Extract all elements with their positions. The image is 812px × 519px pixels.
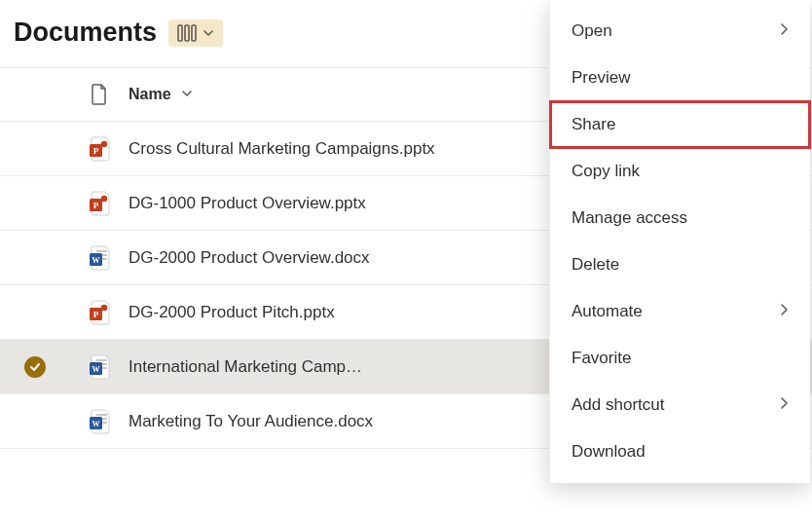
svg-text:W: W [92,420,100,428]
menu-open[interactable]: Open [550,8,810,55]
pptx-file-icon: P [70,135,129,163]
menu-delete-label: Delete [572,255,619,275]
docx-file-icon: W [70,408,129,435]
menu-download[interactable]: Download [550,428,810,475]
file-type-column-icon[interactable] [70,84,129,105]
svg-rect-17 [96,359,107,361]
file-name[interactable]: DG-1000 Product Overview.pptx [129,194,366,213]
pptx-file-icon: P [70,190,129,217]
pptx-file-icon: P [70,299,129,326]
svg-text:W: W [92,365,100,374]
docx-file-icon: W [70,353,129,381]
view-switcher[interactable] [168,19,223,47]
chevron-right-icon [779,302,789,321]
svg-text:P: P [93,146,99,156]
svg-point-5 [101,140,107,146]
menu-manage-access-label: Manage access [572,208,687,228]
menu-preview[interactable]: Preview [550,55,810,101]
chevron-right-icon [779,21,789,41]
chevron-down-icon [203,27,214,39]
file-name[interactable]: International Marketing Camp… [129,357,362,377]
chevron-right-icon [779,395,789,415]
file-name[interactable]: Marketing To Your Audience.docx [129,412,373,431]
menu-open-label: Open [572,21,612,41]
menu-copy-link-label: Copy link [572,162,640,181]
svg-text:P: P [93,310,99,319]
menu-preview-label: Preview [572,68,630,88]
page-title: Documents [14,18,157,48]
svg-point-8 [101,195,107,201]
svg-rect-9 [96,250,107,252]
menu-add-shortcut-label: Add shortcut [572,395,664,415]
menu-automate[interactable]: Automate [550,288,810,335]
menu-manage-access[interactable]: Manage access [550,195,810,241]
file-name[interactable]: DG-2000 Product Overview.docx [129,248,370,268]
menu-share[interactable]: Share [550,101,810,148]
menu-share-label: Share [572,115,615,134]
svg-rect-1 [185,25,189,41]
menu-favorite-label: Favorite [572,349,631,368]
chevron-down-icon [181,87,193,102]
menu-copy-link[interactable]: Copy link [550,148,810,195]
menu-favorite[interactable]: Favorite [550,335,810,382]
name-column-label: Name [129,86,171,103]
menu-delete[interactable]: Delete [550,241,810,288]
svg-text:W: W [92,256,100,265]
docx-file-icon: W [70,244,129,272]
svg-point-16 [101,304,107,310]
file-name[interactable]: DG-2000 Product Pitch.pptx [129,303,335,322]
svg-rect-2 [192,25,196,41]
menu-download-label: Download [572,442,646,462]
menu-automate-label: Automate [572,302,643,321]
menu-add-shortcut[interactable]: Add shortcut [550,382,810,428]
context-menu: Open Preview Share Copy link Manage acce… [549,0,810,483]
columns-icon [177,24,197,42]
file-name[interactable]: Cross Cultural Marketing Campaigns.pptx [129,139,435,159]
svg-rect-0 [178,25,182,41]
svg-rect-25 [96,414,107,416]
row-select-checkmark[interactable] [24,356,46,378]
svg-text:P: P [93,201,99,210]
